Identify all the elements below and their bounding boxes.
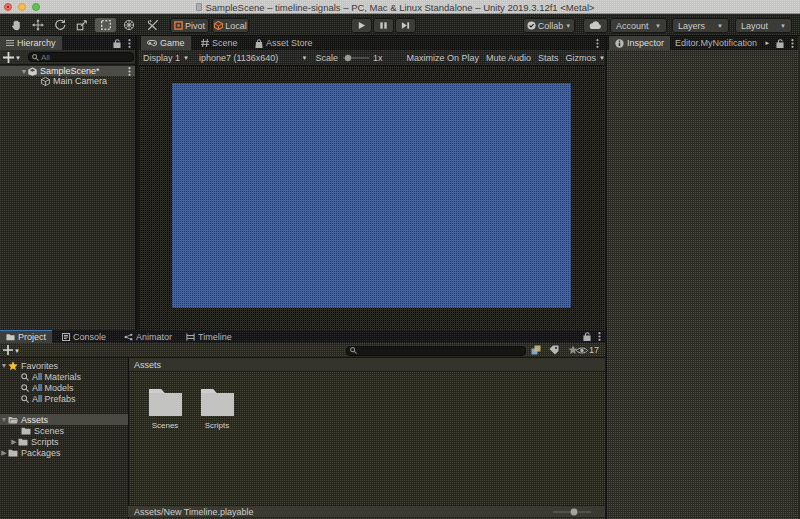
scale-tool-icon[interactable] [71, 18, 92, 32]
folder-open-icon [8, 416, 18, 424]
custom-tool-icon[interactable] [142, 18, 163, 32]
game-rendered-screen [172, 83, 571, 308]
display-dropdown[interactable]: Display 1▼ [143, 53, 189, 63]
inspector-tab-icon [615, 39, 624, 48]
game-tabbar: Game Scene Asset Store [139, 36, 605, 50]
game-kebab-icon[interactable] [596, 39, 599, 48]
project-toolbar: ▼ 17 [0, 343, 605, 358]
resolution-dropdown[interactable]: iphone7 (1136x640)▼ [199, 53, 307, 63]
search-icon [350, 347, 357, 354]
move-tool-icon[interactable] [27, 18, 48, 32]
cloud-icon [589, 21, 602, 30]
create-add-button[interactable]: ▼ [3, 52, 21, 63]
tab-hierarchy[interactable]: Hierarchy [0, 36, 62, 50]
transform-tool-icon[interactable] [118, 18, 139, 32]
project-lock-icon[interactable] [583, 332, 591, 341]
layers-dropdown[interactable]: Layers▼ [672, 18, 729, 33]
hidden-packages-toggle[interactable]: 17 [576, 345, 599, 355]
window-title: SampleScene – timeline-signals – PC, Mac… [0, 2, 800, 13]
project-search-input[interactable] [346, 346, 526, 356]
tab-game[interactable]: Game [141, 36, 191, 50]
titlebar: SampleScene – timeline-signals – PC, Mac… [0, 0, 800, 14]
scene-kebab-icon[interactable] [128, 67, 131, 76]
tab-asset-store[interactable]: Asset Store [249, 36, 319, 50]
project-tree: ▼ Favorites All Materials All Models All… [0, 358, 128, 519]
layout-dropdown[interactable]: Layout▼ [735, 18, 792, 33]
kebab-menu-icon[interactable] [128, 39, 131, 48]
project-kebab-icon[interactable] [598, 332, 601, 341]
hierarchy-item-camera[interactable]: Main Camera [0, 76, 135, 86]
tree-item-favorites[interactable]: ▼ Favorites [0, 360, 128, 371]
search-by-type-icon[interactable] [531, 345, 541, 355]
tree-item-scenes[interactable]: Scenes [0, 425, 128, 436]
tab-project[interactable]: Project [0, 330, 52, 343]
search-by-label-icon[interactable] [549, 345, 559, 355]
account-dropdown[interactable]: Account▼ [610, 18, 667, 33]
pivot-icon [174, 21, 183, 30]
collab-icon [527, 21, 536, 30]
tab-animator[interactable]: Animator [118, 330, 178, 343]
tree-item-assets[interactable]: ▼ Assets [0, 414, 128, 425]
step-button[interactable] [395, 18, 416, 33]
big-folder-icon [199, 385, 236, 418]
tab-timeline[interactable]: Timeline [180, 330, 238, 343]
asset-store-tab-icon [255, 39, 263, 48]
inspector-kebab-icon[interactable] [791, 39, 794, 48]
inspector-lock-icon[interactable] [776, 39, 784, 48]
search-icon [32, 54, 39, 61]
rect-tool-icon[interactable] [95, 18, 116, 32]
inspector-panel: Inspector Editor.MyNotification ▸ [606, 36, 800, 519]
mute-audio-toggle[interactable]: Mute Audio [486, 53, 531, 63]
scale-slider[interactable] [343, 53, 369, 63]
project-panel: Project Console Animator Timeline [0, 330, 605, 519]
gizmos-dropdown[interactable]: Gizmos▼ [566, 53, 605, 63]
tab-editor-mynotification[interactable]: Editor.MyNotification [669, 36, 763, 50]
scene-tab-icon [201, 39, 209, 47]
search-icon [21, 395, 29, 403]
pivot-toggle[interactable]: Pivot [170, 18, 209, 33]
tree-item-all-prefabs[interactable]: All Prefabs [0, 393, 128, 404]
main-toolbar: Pivot Local Collab▼ Account▼ Layers▼ Lay… [0, 14, 800, 36]
tree-item-scripts[interactable]: ▶ Scripts [0, 436, 128, 447]
unity-scene-icon [28, 67, 37, 76]
stats-toggle[interactable]: Stats [538, 53, 559, 63]
animator-tab-icon [124, 333, 133, 341]
inspector-tabbar: Inspector Editor.MyNotification ▸ [607, 36, 798, 50]
timeline-tab-icon [186, 333, 195, 341]
folder-scripts[interactable]: Scripts [191, 385, 243, 430]
selected-asset-path: Assets/New Timeline.playable [134, 507, 254, 517]
tree-item-all-models[interactable]: All Models [0, 382, 128, 393]
scale-value: 1x [373, 53, 383, 63]
hierarchy-toolbar: ▼ All [0, 50, 135, 65]
tab-console[interactable]: Console [56, 330, 112, 343]
game-tab-icon [147, 40, 157, 47]
project-status-bar: Assets/New Timeline.playable [128, 505, 605, 517]
tab-inspector[interactable]: Inspector [609, 36, 670, 50]
hierarchy-item-scene[interactable]: ▼ SampleScene* [0, 66, 135, 76]
lock-icon[interactable] [113, 39, 121, 48]
play-button[interactable] [351, 18, 372, 33]
project-grid: Assets Scenes Scripts [129, 358, 605, 505]
folder-scenes[interactable]: Scenes [139, 385, 191, 430]
cloud-button[interactable] [583, 18, 608, 33]
folder-icon [8, 449, 18, 457]
hierarchy-search-input[interactable]: All [28, 52, 134, 62]
collab-dropdown[interactable]: Collab▼ [523, 18, 575, 33]
icon-size-slider[interactable] [553, 507, 591, 517]
tree-item-all-materials[interactable]: All Materials [0, 371, 128, 382]
hierarchy-panel: Hierarchy ▼ All ▼ SampleScene* [0, 36, 137, 330]
project-tab-icon [6, 333, 15, 341]
console-tab-icon [62, 333, 70, 341]
project-add-button[interactable]: ▼ [3, 345, 20, 355]
tree-item-packages[interactable]: ▶ Packages [0, 447, 128, 458]
hand-tool-icon[interactable] [5, 18, 26, 32]
local-toggle[interactable]: Local [212, 18, 249, 33]
maximize-on-play-toggle[interactable]: Maximize On Play [406, 53, 479, 63]
tab-scroll-arrow-icon[interactable]: ▸ [765, 39, 769, 47]
tab-scene[interactable]: Scene [195, 36, 244, 50]
pause-button[interactable] [373, 18, 394, 33]
scale-label: Scale [315, 53, 338, 63]
hierarchy-tabbar: Hierarchy [0, 36, 135, 50]
rotate-tool-icon[interactable] [49, 18, 70, 32]
game-object-icon [41, 77, 50, 86]
